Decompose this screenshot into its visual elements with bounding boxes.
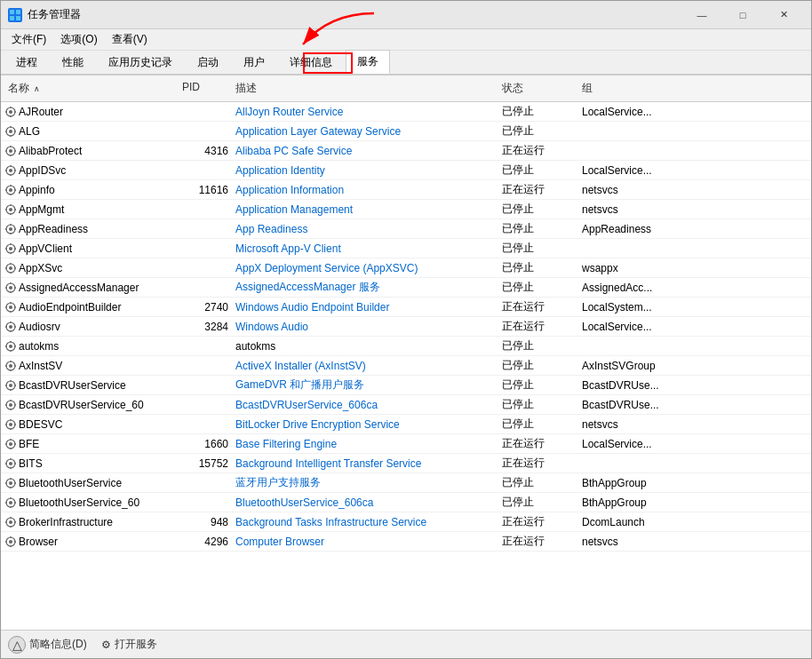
tab-details[interactable]: 详细信息	[278, 51, 344, 74]
svg-rect-129	[5, 502, 7, 503]
table-body[interactable]: AJRouter AllJoyn Router Service 已停止 Loca…	[1, 102, 811, 630]
svg-point-54	[9, 266, 12, 270]
svg-rect-25	[10, 165, 11, 167]
window-title: 任务管理器	[28, 7, 681, 22]
cell-status: 已停止	[498, 495, 578, 510]
menu-file[interactable]: 文件(F)	[4, 30, 53, 49]
header-status[interactable]: 状态	[498, 79, 578, 98]
cell-desc: BcastDVRUserService_606ca	[232, 399, 498, 411]
summary-label: 简略信息(D)	[29, 637, 87, 652]
menu-view[interactable]: 查看(V)	[105, 30, 155, 49]
svg-rect-32	[10, 194, 11, 195]
table-row[interactable]: AppReadiness App Readiness 已停止 AppReadin…	[1, 219, 811, 239]
service-icon	[4, 301, 17, 314]
cell-pid: 2740	[179, 301, 232, 314]
cell-name: autokms	[1, 340, 179, 353]
tab-performance[interactable]: 性能	[51, 51, 95, 74]
table-row[interactable]: Browser 4296 Computer Browser 正在运行 netsv…	[1, 532, 811, 552]
minimize-button[interactable]: —	[681, 1, 722, 29]
table-row[interactable]: AlibabProtect 4316 Alibaba PC Safe Servi…	[1, 141, 811, 161]
table-row[interactable]: BcastDVRUserService GameDVR 和广播用户服务 已停止 …	[1, 376, 811, 395]
cell-name: BITS	[1, 457, 179, 470]
table-row[interactable]: AppXSvc AppX Deployment Service (AppXSVC…	[1, 258, 811, 278]
svg-rect-82	[14, 345, 16, 346]
header-name[interactable]: 名称 ∧	[1, 79, 179, 98]
svg-point-30	[9, 188, 12, 192]
cell-status: 已停止	[498, 358, 578, 373]
table-row[interactable]: AxInstSV ActiveX Installer (AxInstSV) 已停…	[1, 356, 811, 376]
svg-rect-142	[14, 541, 16, 542]
cell-desc: Base Filtering Engine	[232, 438, 498, 450]
table-row[interactable]: AppVClient Microsoft App-V Client 已停止	[1, 239, 811, 258]
svg-rect-55	[10, 263, 11, 265]
table-row[interactable]: Appinfo 11616 Application Information 正在…	[1, 180, 811, 200]
svg-rect-33	[5, 189, 7, 190]
svg-rect-100	[14, 404, 16, 405]
svg-point-102	[9, 423, 12, 426]
cell-desc: Application Information	[232, 184, 498, 196]
cell-status: 已停止	[498, 280, 578, 295]
tab-users[interactable]: 用户	[232, 51, 276, 74]
header-desc[interactable]: 描述	[232, 79, 498, 98]
cell-name: BDESVC	[1, 418, 179, 431]
svg-rect-75	[5, 326, 7, 327]
svg-rect-76	[14, 326, 16, 327]
tab-services[interactable]: 服务	[346, 50, 390, 74]
svg-rect-49	[10, 243, 11, 245]
close-button[interactable]: ✕	[763, 1, 804, 29]
cell-pid: 15752	[179, 457, 232, 470]
summary-info-link[interactable]: △ 简略信息(D)	[8, 636, 87, 654]
svg-rect-38	[10, 213, 11, 215]
table-row[interactable]: autokms autokms 已停止	[1, 337, 811, 356]
svg-rect-61	[10, 282, 11, 284]
svg-point-48	[9, 247, 12, 250]
service-icon	[4, 145, 17, 157]
cell-name: AppIDSvc	[1, 164, 179, 177]
cell-name: BcastDVRUserService_60	[1, 399, 179, 411]
maximize-button[interactable]: □	[722, 1, 763, 29]
tab-app-history[interactable]: 应用历史记录	[97, 51, 184, 74]
table-row[interactable]: BluetoothUserService 蓝牙用户支持服务 已停止 BthApp…	[1, 473, 811, 493]
content-area: 名称 ∧ PID 描述 状态 组 AJRouter AllJoyn Router…	[1, 75, 811, 630]
svg-rect-109	[10, 439, 11, 441]
cell-desc: Background Tasks Infrastructure Service	[232, 516, 498, 528]
table-row[interactable]: AssignedAccessManager AssignedAccessMana…	[1, 278, 811, 298]
menu-options[interactable]: 选项(O)	[53, 30, 104, 49]
cell-group: AxInstSVGroup	[578, 360, 694, 372]
svg-rect-117	[5, 463, 7, 464]
svg-point-78	[9, 345, 12, 348]
table-row[interactable]: AudioEndpointBuilder 2740 Windows Audio …	[1, 298, 811, 317]
table-row[interactable]: BITS 15752 Background Intelligent Transf…	[1, 454, 811, 473]
table-row[interactable]: Audiosrv 3284 Windows Audio 正在运行 LocalSe…	[1, 317, 811, 337]
open-services-link[interactable]: ⚙ 打开服务	[101, 637, 157, 652]
table-row[interactable]: ALG Application Layer Gateway Service 已停…	[1, 122, 811, 141]
svg-rect-19	[10, 146, 11, 147]
svg-rect-57	[5, 267, 7, 268]
table-row[interactable]: AppIDSvc Application Identity 已停止 LocalS…	[1, 161, 811, 180]
cell-name: AlibabProtect	[1, 145, 179, 157]
tab-processes[interactable]: 进程	[4, 51, 49, 74]
header-group[interactable]: 组	[578, 79, 694, 98]
service-icon	[4, 203, 17, 216]
table-row[interactable]: BDESVC BitLocker Drive Encryption Servic…	[1, 415, 811, 434]
tab-startup[interactable]: 启动	[186, 51, 230, 74]
table-row[interactable]: AJRouter AllJoyn Router Service 已停止 Loca…	[1, 102, 811, 122]
svg-rect-87	[5, 365, 7, 366]
svg-rect-124	[14, 482, 16, 483]
cell-name: AssignedAccessManager	[1, 282, 179, 294]
cell-desc: AppX Deployment Service (AppXSVC)	[232, 262, 498, 274]
table-row[interactable]: BrokerInfrastructure 948 Background Task…	[1, 512, 811, 532]
svg-point-36	[9, 208, 12, 211]
svg-rect-45	[5, 228, 7, 229]
cell-status: 已停止	[498, 338, 578, 353]
table-row[interactable]: BFE 1660 Base Filtering Engine 正在运行 Loca…	[1, 434, 811, 454]
cell-group: LocalService...	[578, 106, 694, 118]
header-pid[interactable]: PID	[179, 79, 232, 98]
cell-name: AppXSvc	[1, 262, 179, 274]
table-row[interactable]: AppMgmt Application Management 已停止 netsv…	[1, 200, 811, 219]
table-row[interactable]: BcastDVRUserService_60 BcastDVRUserServi…	[1, 395, 811, 415]
cell-name: Appinfo	[1, 184, 179, 196]
cell-name: AppReadiness	[1, 223, 179, 235]
table-row[interactable]: BluetoothUserService_60 BluetoothUserSer…	[1, 493, 811, 512]
svg-rect-68	[10, 311, 11, 313]
